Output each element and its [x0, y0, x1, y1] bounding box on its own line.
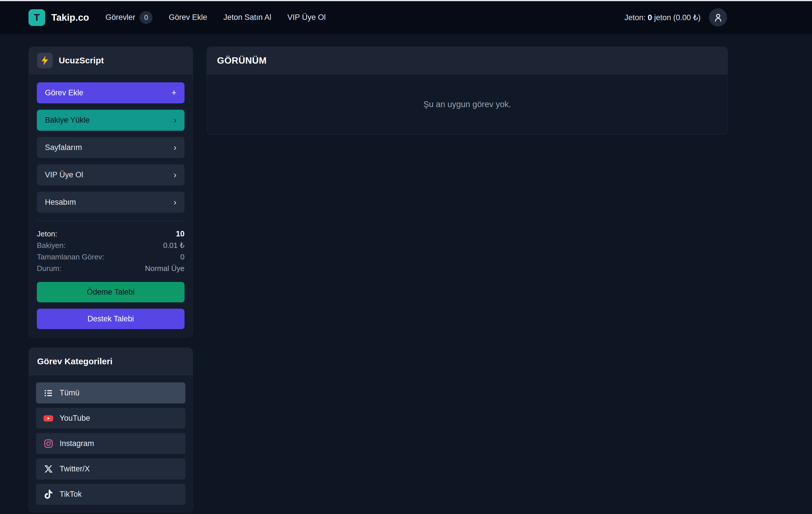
gorev-ekle-button[interactable]: Görev Ekle + [37, 82, 184, 104]
chevron-right-icon: › [174, 170, 176, 180]
twitter-x-icon [43, 464, 54, 474]
nav-item-gorev-ekle[interactable]: Görev Ekle [169, 13, 207, 22]
main-nav: Görevler 0 Görev Ekle Jeton Satın Al VIP… [105, 11, 325, 24]
chevron-right-icon: › [174, 115, 176, 125]
category-label: YouTube [60, 414, 90, 423]
category-item-instagram[interactable]: Instagram [36, 433, 185, 454]
nav-item-gorevler[interactable]: Görevler 0 [105, 11, 152, 24]
jeton-balance-value: 0 [648, 13, 652, 22]
destek-talebi-button[interactable]: Destek Talebi [37, 309, 184, 329]
button-label: Bakiye Yükle [45, 116, 90, 125]
button-label: VIP Üye Ol [45, 170, 83, 179]
person-icon [713, 13, 723, 23]
main-panel-body: Şu an uygun görev yok. [207, 74, 727, 135]
instagram-icon [43, 438, 54, 449]
page-content: UcuzScript Görev Ekle + Bakiye Yükle › S… [0, 34, 812, 512]
navbar: T Takip.co Görevler 0 Görev Ekle Jeton S… [0, 1, 812, 34]
vip-uye-ol-button[interactable]: VIP Üye Ol › [37, 165, 184, 185]
sidebar-card: UcuzScript Görev Ekle + Bakiye Yükle › S… [29, 47, 193, 338]
tiktok-icon [43, 489, 54, 499]
categories-title: Görev Kategorileri [37, 356, 113, 366]
sidebar: UcuzScript Görev Ekle + Bakiye Yükle › S… [29, 47, 193, 512]
main-panel: GÖRÜNÜM Şu an uygun görev yok. [207, 47, 728, 135]
category-item-tumu[interactable]: Tümü [36, 382, 185, 403]
stat-label: Tamamlanan Görev: [37, 251, 104, 263]
empty-state-message: Şu an uygun görev yok. [424, 99, 511, 109]
stat-label: Jeton: [37, 228, 57, 239]
youtube-icon [43, 413, 54, 424]
gorevler-count-badge: 0 [140, 11, 152, 24]
plus-icon: + [172, 88, 176, 97]
category-label: TikTok [60, 490, 82, 499]
odeme-talebi-button[interactable]: Ödeme Talebi [37, 282, 184, 302]
lightning-icon [40, 56, 50, 65]
chevron-right-icon: › [174, 143, 176, 152]
categories-card: Görev Kategorileri Tümü [29, 348, 193, 512]
stat-row-tamamlanan-gorev: Tamamlanan Görev: 0 [37, 251, 184, 263]
lightning-icon-box [37, 53, 53, 68]
user-avatar[interactable] [709, 8, 727, 27]
stat-value: 0.01 ₺ [163, 239, 184, 251]
categories-list: Tümü YouTube [29, 375, 193, 512]
list-icon [43, 388, 54, 398]
brand-logo[interactable]: T [29, 9, 45, 26]
button-label: Hesabım [45, 198, 76, 207]
stat-label: Bakiyen: [37, 239, 66, 251]
stat-value: 0 [180, 251, 184, 263]
main-panel-header: GÖRÜNÜM [207, 47, 727, 74]
category-label: Tümü [60, 389, 80, 397]
hesabim-button[interactable]: Hesabım › [37, 192, 184, 213]
category-item-youtube[interactable]: YouTube [36, 408, 185, 429]
stat-value: 10 [176, 228, 184, 239]
nav-item-jeton-satin-al[interactable]: Jeton Satın Al [223, 13, 271, 22]
sayfalarim-button[interactable]: Sayfalarım › [37, 137, 184, 158]
sidebar-card-header: UcuzScript [29, 47, 193, 74]
main-panel-title: GÖRÜNÜM [217, 55, 266, 66]
nav-item-vip-uye-ol[interactable]: VIP Üye Ol [288, 13, 326, 22]
category-label: Twitter/X [60, 464, 90, 474]
nav-item-label: Görevler [105, 13, 135, 22]
chevron-right-icon: › [174, 198, 176, 207]
sidebar-card-body: Görev Ekle + Bakiye Yükle › Sayfalarım ›… [29, 74, 193, 337]
stat-row-bakiyen: Bakiyen: 0.01 ₺ [37, 239, 184, 251]
stat-row-jeton: Jeton: 10 [37, 228, 184, 239]
brand-name: Takip.co [51, 12, 89, 23]
stat-row-durum: Durum: Normal Üye [37, 263, 184, 274]
sidebar-title: UcuzScript [59, 56, 104, 65]
category-item-twitter-x[interactable]: Twitter/X [36, 458, 185, 480]
bakiye-yukle-button[interactable]: Bakiye Yükle › [37, 110, 184, 131]
stat-value: Normal Üye [145, 263, 184, 274]
button-label: Sayfalarım [45, 143, 82, 152]
jeton-balance: Jeton: 0 jeton (0.00 ₺) [624, 13, 701, 22]
stat-label: Durum: [37, 263, 61, 274]
logo-letter: T [34, 12, 40, 23]
category-item-tiktok[interactable]: TikTok [36, 484, 185, 505]
button-label: Görev Ekle [45, 88, 84, 97]
stats-divider [37, 221, 184, 221]
category-label: Instagram [60, 439, 94, 448]
categories-card-header: Görev Kategorileri [29, 348, 193, 375]
